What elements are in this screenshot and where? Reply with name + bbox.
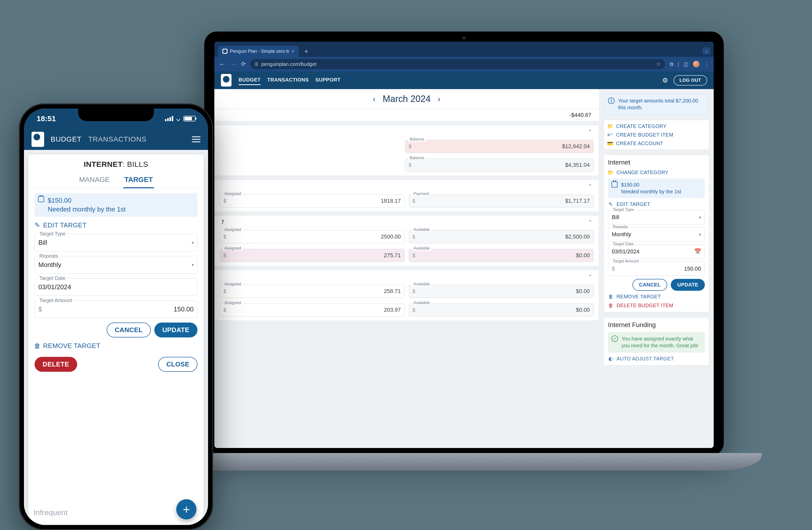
extensions-icon[interactable]: ⧉ [670,61,673,67]
partial-text: 7 [221,219,224,225]
mobile-sheet: INTERNET: BILLS MANAGE TARGET $150.00 Ne… [29,154,203,525]
create-account-link[interactable]: 💳 CREATE ACCOUNT [608,140,705,147]
edit-target-link[interactable]: ✎ EDIT TARGET [608,201,705,207]
tab-target[interactable]: TARGET [123,173,154,188]
target-date-input[interactable]: Target Date 03/01/2024 [34,278,198,296]
main-column: ‹ March 2024 › -$440.67 ⌃ Balance $ [214,89,599,448]
reload-button[interactable]: ⟳ [241,61,246,67]
app-header: BUDGET TRANSACTIONS SUPPORT ⚙ LOG OUT [214,71,714,89]
auto-adjust-link[interactable]: ◐ AUTO ADJUST TARGET [608,355,705,362]
close-icon[interactable]: × [291,49,294,54]
available-field: Available $ $2,500.00 [409,230,594,243]
cancel-button[interactable]: CANCEL [633,279,667,291]
update-button[interactable]: UPDATE [671,279,705,291]
favicon-icon [222,49,228,54]
forward-button[interactable]: → [230,60,236,68]
chevron-up-icon[interactable]: ⌃ [588,274,592,279]
balance-value: $12,642.04 [562,143,590,150]
pencil-icon: ✎ [608,201,613,207]
target-amount-input[interactable]: Target Amount $ 150.00 [608,262,705,276]
nav-transactions[interactable]: TRANSACTIONS [88,135,146,143]
target-summary: $150.00 Needed monthly by the 1st [34,193,198,217]
tab-dropdown-button[interactable]: ⌄ [702,47,710,55]
gear-icon[interactable]: ⚙ [662,76,668,84]
item-title: Internet [608,158,705,166]
assigned-field[interactable]: Assigned $ 258.71 [220,285,405,298]
delete-item-link[interactable]: 🗑 DELETE BUDGET ITEM [608,303,705,308]
balance-value: -$440.67 [569,112,591,118]
nav-budget[interactable]: BUDGET [51,135,82,143]
back-button[interactable]: ← [219,60,226,68]
update-button[interactable]: UPDATE [154,323,198,337]
next-month-button[interactable]: › [438,94,440,104]
change-category-link[interactable]: 📁 CHANGE CATEGORY [608,169,705,176]
available-field: Available $ $0.00 [409,249,594,262]
cancel-button[interactable]: CANCEL [107,323,151,337]
budget-item-panel: Internet 📁 CHANGE CATEGORY $150.00 Neede… [604,155,709,312]
new-tab-button[interactable]: + [303,48,310,55]
repeats-select[interactable]: Repeats Monthly ▾ [608,227,705,241]
logout-button[interactable]: LOG OUT [673,75,707,86]
chevron-down-icon: ▾ [699,232,701,237]
sheet-title: INTERNET: BILLS [34,160,198,169]
check-circle-icon: ✓ [611,335,618,342]
laptop-camera [462,36,466,40]
profile-avatar[interactable] [693,61,699,67]
field-label: Balance [408,137,426,142]
available-field: Available $ $0.00 [409,285,594,298]
funding-status: ✓ You have assigned exactly what you nee… [608,332,705,352]
panel-icon[interactable]: ◫ [684,61,688,67]
assigned-field[interactable]: Assigned $ 275.71 [220,249,405,262]
nav-budget[interactable]: BUDGET [238,75,261,85]
assigned-field[interactable]: Assigned $ 203.97 [220,303,405,317]
chevron-up-icon[interactable]: ⌃ [588,219,592,225]
target-date-input[interactable]: Target Date 03/01/2024 📅 [608,245,705,259]
target-amount-input[interactable]: Target Amount $ 150.00 [34,300,198,318]
delete-button[interactable]: DELETE [34,357,77,372]
calendar-icon[interactable]: 📅 [694,248,701,255]
background-category-label: Infrequent [33,508,68,517]
pencil-icon: ✎ [34,221,40,229]
edit-target-link[interactable]: ✎ EDIT TARGET [34,221,198,229]
repeats-select[interactable]: Repeats Monthly ▾ [34,256,198,274]
trash-icon: 🗑 [608,294,613,299]
category-block: ⌃ Balance $ $12,642.04 Balance $ [214,125,599,176]
laptop-base [166,453,762,471]
url-input[interactable]: ☰ penguinplan.com/budget ☆ [250,59,665,69]
browser-toolbar: ← → ⟳ ☰ penguinplan.com/budget ☆ ⧉ | ◫ ⋮ [214,57,714,71]
add-fab-button[interactable]: + [176,499,197,519]
target-type-select[interactable]: Target Type Bill ▾ [34,234,198,251]
mobile-body: INTERNET: BILLS MANAGE TARGET $150.00 Ne… [24,150,208,525]
chevron-up-icon[interactable]: ⌃ [588,129,592,135]
site-info-icon[interactable]: ☰ [255,62,258,67]
star-icon[interactable]: ☆ [656,61,661,67]
kebab-icon[interactable]: ⋮ [704,61,709,67]
remove-target-link[interactable]: 🗑 REMOVE TARGET [34,342,198,350]
list-item[interactable]: Assigned $ 275.71 Available $ $0.00 [215,247,599,266]
tab-manage[interactable]: MANAGE [78,173,111,188]
target-type-select[interactable]: Target Type Bill ▾ [608,210,705,224]
info-icon: i [608,97,614,104]
nav-transactions[interactable]: TRANSACTIONS [267,75,309,85]
chevron-up-icon[interactable]: ⌃ [588,183,592,189]
laptop-frame: Penguin Plan - Simple zero-b × + ⌄ ← → ⟳… [204,31,724,456]
balance-field: Balance $ $12,642.04 [405,140,594,153]
create-category-link[interactable]: 📁 CREATE CATEGORY [608,123,705,129]
chevron-down-icon: ▾ [192,263,194,267]
remove-target-link[interactable]: 🗑 REMOVE TARGET [608,294,705,299]
close-button[interactable]: CLOSE [158,357,198,372]
nav-support[interactable]: SUPPORT [315,75,340,85]
chevron-down-icon: ▾ [192,240,194,245]
category-block: 7 ⌃ Assigned $ 2500.00 Available $ $2,50… [214,215,599,266]
target-summary: $150.00 Needed monthly by the 1st [608,179,705,198]
create-item-link[interactable]: ≡⁺ CREATE BUDGET ITEM [608,132,705,138]
assigned-field[interactable]: Assigned $ 1818.17 [220,194,405,207]
prev-month-button[interactable]: ‹ [373,94,376,104]
create-actions-panel: 📁 CREATE CATEGORY ≡⁺ CREATE BUDGET ITEM … [604,120,709,150]
browser-tab[interactable]: Penguin Plan - Simple zero-b × [218,46,299,57]
folder-plus-icon: 📁 [608,123,613,129]
menu-icon[interactable] [192,136,201,142]
currency-prefix: $ [409,144,411,150]
trash-icon: 🗑 [608,303,613,308]
assigned-field[interactable]: Assigned $ 2500.00 [220,230,405,243]
